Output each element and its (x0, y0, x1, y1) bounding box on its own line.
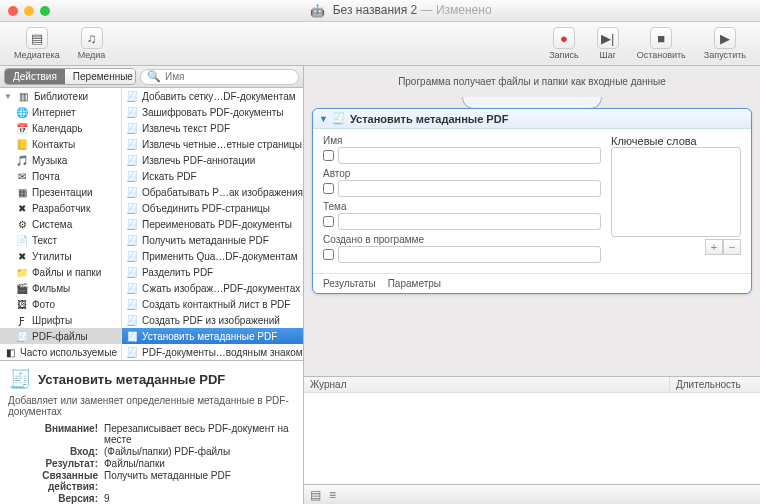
action-icon: 🧾 (126, 202, 138, 214)
library-button[interactable]: ▤Медиатека (8, 25, 66, 62)
card-params-tab[interactable]: Параметры (388, 278, 441, 289)
action-item[interactable]: 🧾Извлечь текст PDF (122, 120, 303, 136)
record-icon: ● (553, 27, 575, 49)
action-icon: 🧾 (126, 170, 138, 182)
info-value: 9 (104, 493, 295, 504)
action-item[interactable]: 🧾Установить метаданные PDF (122, 328, 303, 344)
action-icon: 🧾 (126, 330, 138, 342)
action-info: 🧾 Установить метаданные PDF Добавляет ил… (0, 360, 303, 504)
sidebar-item[interactable]: 📄Текст (0, 232, 121, 248)
close-icon[interactable] (8, 6, 18, 16)
titlebar: 🤖 Без названия 2 — Изменено (0, 0, 760, 22)
creator-input[interactable] (338, 246, 601, 263)
zoom-icon[interactable] (40, 6, 50, 16)
name-checkbox[interactable] (323, 150, 334, 161)
category-icon: 🧾 (16, 330, 28, 342)
sidebar-item[interactable]: 📅Календарь (0, 120, 121, 136)
library-icon: ▤ (26, 27, 48, 49)
media-button[interactable]: ♫Медиа (72, 25, 112, 62)
sidebar-item-label: Утилиты (32, 251, 72, 262)
action-item-label: Применить Qua…DF-документам (142, 251, 298, 262)
category-icon: ⚙ (16, 218, 28, 230)
subject-input[interactable] (338, 213, 601, 230)
sidebar-item[interactable]: 📒Контакты (0, 136, 121, 152)
action-item-label: Установить метаданные PDF (142, 331, 277, 342)
record-button[interactable]: ●Запись (543, 25, 585, 62)
subject-checkbox[interactable] (323, 216, 334, 227)
status-icon[interactable]: ▤ (310, 488, 321, 502)
action-item[interactable]: 🧾Переименовать PDF-документы (122, 216, 303, 232)
action-item[interactable]: 🧾Объединить PDF-страницы (122, 200, 303, 216)
sidebar-item[interactable]: 🧾PDF-файлы (0, 328, 121, 344)
keywords-box[interactable] (611, 147, 741, 237)
tab-variables[interactable]: Переменные (65, 69, 136, 84)
action-item[interactable]: 🧾Сжать изображ…PDF-документах (122, 280, 303, 296)
search-input[interactable] (165, 71, 292, 82)
run-button[interactable]: ▶Запустить (698, 25, 752, 62)
author-checkbox[interactable] (323, 183, 334, 194)
action-item[interactable]: 🧾Добавить сетку…DF-документам (122, 88, 303, 104)
stop-button[interactable]: ■Остановить (631, 25, 692, 62)
action-icon: 🧾 (126, 346, 138, 358)
sidebar-item-label: Интернет (32, 107, 76, 118)
action-item[interactable]: 🧾Зашифровать PDF-документы (122, 104, 303, 120)
action-item[interactable]: 🧾Обрабатывать P…ак изображения (122, 184, 303, 200)
action-item[interactable]: 🧾Применить Qua…DF-документам (122, 248, 303, 264)
keyword-add-button[interactable]: + (705, 239, 723, 255)
tab-actions[interactable]: Действия (5, 69, 65, 84)
author-input[interactable] (338, 180, 601, 197)
keyword-remove-button[interactable]: − (723, 239, 741, 255)
sidebar-item[interactable]: ⚙Система (0, 216, 121, 232)
sidebar-item[interactable]: ◧Часто используемые (0, 344, 121, 360)
sidebar-item[interactable]: ▦Презентации (0, 184, 121, 200)
sidebar-item-label: PDF-файлы (32, 331, 88, 342)
action-icon: 🧾 (332, 112, 346, 125)
library-root[interactable]: ▼▥Библиотеки (0, 88, 121, 104)
name-input[interactable] (338, 147, 601, 164)
action-list[interactable]: 🧾Добавить сетку…DF-документам🧾Зашифроват… (122, 88, 303, 360)
action-item[interactable]: 🧾Искать PDF (122, 168, 303, 184)
sidebar-item[interactable]: 🌐Интернет (0, 104, 121, 120)
category-icon: ✉ (16, 170, 28, 182)
sidebar-item-label: Система (32, 219, 72, 230)
action-item[interactable]: 🧾PDF-документы…водяным знаком (122, 344, 303, 360)
action-item[interactable]: 🧾Разделить PDF (122, 264, 303, 280)
log-col-duration[interactable]: Длительность (670, 377, 760, 392)
action-item-label: Сжать изображ…PDF-документах (142, 283, 300, 294)
disclosure-icon[interactable]: ▼ (4, 92, 12, 101)
action-item[interactable]: 🧾Создать PDF из изображений (122, 312, 303, 328)
info-value: Получить метаданные PDF (104, 470, 295, 492)
sidebar-item-label: Шрифты (32, 315, 72, 326)
library-categories[interactable]: ▼▥Библиотеки🌐Интернет📅Календарь📒Контакты… (0, 88, 122, 360)
workflow-action-card[interactable]: ▼ 🧾 Установить метаданные PDF Имя Автор … (312, 108, 752, 294)
sidebar-item[interactable]: 🖼Фото (0, 296, 121, 312)
window-controls (8, 6, 50, 16)
creator-checkbox[interactable] (323, 249, 334, 260)
status-icon-2[interactable]: ≡ (329, 488, 336, 502)
sidebar-item[interactable]: ✖Разработчик (0, 200, 121, 216)
minimize-icon[interactable] (24, 6, 34, 16)
action-icon: 🧾 (126, 154, 138, 166)
card-results-tab[interactable]: Результаты (323, 278, 376, 289)
sidebar-item[interactable]: ✖Утилиты (0, 248, 121, 264)
disclosure-icon[interactable]: ▼ (319, 114, 328, 124)
sidebar-item[interactable]: 🎵Музыка (0, 152, 121, 168)
action-item[interactable]: 🧾Извлечь PDF-аннотации (122, 152, 303, 168)
field-label-keywords: Ключевые слова (611, 135, 697, 147)
action-item[interactable]: 🧾Извлечь четные…етные страницы (122, 136, 303, 152)
action-item-label: Создать контактный лист в PDF (142, 299, 290, 310)
action-icon: 🧾 (126, 250, 138, 262)
sidebar-item[interactable]: 🎬Фильмы (0, 280, 121, 296)
sidebar-item[interactable]: 📁Файлы и папки (0, 264, 121, 280)
action-item[interactable]: 🧾Создать контактный лист в PDF (122, 296, 303, 312)
step-button[interactable]: ▶|Шаг (591, 25, 625, 62)
sidebar-item[interactable]: ✉Почта (0, 168, 121, 184)
action-item[interactable]: 🧾Получить метаданные PDF (122, 232, 303, 248)
search-field[interactable]: 🔍 (140, 69, 299, 85)
library-header: Действия Переменные 🔍 (0, 66, 303, 88)
sidebar-item[interactable]: ƑШрифты (0, 312, 121, 328)
workflow-canvas[interactable]: Программа получает файлы и папки как вхо… (304, 66, 760, 376)
log-col-journal[interactable]: Журнал (304, 377, 670, 392)
category-icon: 🎬 (16, 282, 28, 294)
action-item-label: Зашифровать PDF-документы (142, 107, 284, 118)
